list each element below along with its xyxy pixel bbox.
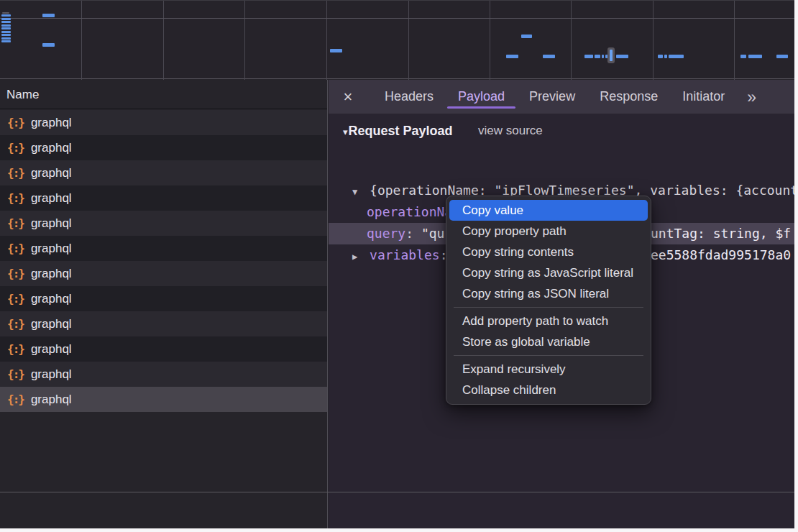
request-name-label: graphql	[31, 342, 72, 357]
timeline-request-bar	[748, 55, 762, 58]
timeline-request-bar	[543, 55, 555, 58]
menu-item-expand-recursively[interactable]: Expand recursively	[446, 359, 651, 380]
property-key: query	[367, 226, 421, 241]
request-row[interactable]: {:}graphql	[0, 362, 327, 387]
json-braces-icon: {:}	[7, 342, 24, 356]
timeline-gridline	[244, 1, 245, 80]
tab-headers[interactable]: Headers	[378, 80, 440, 114]
property-value-fragment-left: "qu	[421, 226, 445, 241]
request-name-label: graphql	[31, 216, 72, 231]
expanded-triangle-icon: ▼	[352, 187, 357, 197]
menu-item-copy-value[interactable]: Copy value	[449, 200, 648, 221]
request-row[interactable]: {:}graphql	[0, 387, 327, 412]
timeline-gridline	[81, 1, 82, 80]
request-list-panel: Name {:}graphql{:}graphql{:}graphql{:}gr…	[0, 80, 328, 528]
timeline-selected-bar	[610, 50, 613, 61]
request-row[interactable]: {:}graphql	[0, 286, 327, 311]
request-row[interactable]: {:}graphql	[0, 110, 327, 135]
menu-item-copy-string-contents[interactable]: Copy string contents	[446, 242, 651, 262]
json-braces-icon: {:}	[7, 242, 24, 255]
timeline-request-bar	[658, 55, 663, 58]
property-value-fragment-right: untTag: string, $f	[651, 223, 791, 244]
request-row[interactable]: {:}graphql	[0, 336, 327, 362]
request-name-label: graphql	[31, 267, 72, 281]
timeline-gridline	[408, 1, 409, 80]
timeline-request-bar	[616, 55, 628, 58]
timeline-request-bar	[584, 55, 593, 58]
devtools-network-panel: Name {:}graphql{:}graphql{:}graphql{:}gr…	[0, 0, 794, 528]
timeline-request-bar	[1, 40, 11, 42]
timeline-request-bar	[1, 24, 11, 27]
timeline-gridline	[571, 1, 572, 80]
menu-item-copy-string-as-javascript-literal[interactable]: Copy string as JavaScript literal	[446, 262, 651, 283]
request-row[interactable]: {:}graphql	[0, 211, 327, 236]
timeline-request-bar	[664, 55, 667, 58]
context-menu: Copy valueCopy property pathCopy string …	[446, 196, 651, 405]
menu-separator	[454, 355, 643, 356]
timeline-gridline	[0, 18, 794, 19]
tab-preview[interactable]: Preview	[523, 80, 582, 114]
timeline-gridline	[653, 1, 653, 80]
request-name-label: graphql	[31, 242, 72, 256]
section-title: Request Payload	[349, 124, 453, 138]
timeline-request-bar	[602, 55, 604, 58]
request-row[interactable]: {:}graphql	[0, 185, 327, 211]
timeline-request-bar	[776, 55, 788, 58]
request-name-label: graphql	[31, 166, 72, 180]
collapsed-triangle-icon: ▶	[352, 252, 357, 262]
request-name-label: graphql	[31, 141, 72, 155]
detail-tabs: HeadersPayloadPreviewResponseInitiator	[372, 80, 737, 114]
menu-item-collapse-children[interactable]: Collapse children	[446, 380, 651, 400]
menu-item-store-as-global-variable[interactable]: Store as global variable	[446, 331, 651, 352]
timeline-request-bar	[669, 55, 684, 58]
menu-item-copy-string-as-json-literal[interactable]: Copy string as JSON literal	[446, 283, 651, 304]
request-row[interactable]: {:}graphql	[0, 311, 327, 336]
devtools-window: Name {:}graphql{:}graphql{:}graphql{:}gr…	[0, 0, 798, 532]
timeline-request-bar	[1, 18, 11, 20]
json-braces-icon: {:}	[7, 393, 24, 406]
json-braces-icon: {:}	[7, 367, 24, 381]
timeline-gridline	[734, 1, 735, 80]
name-column-header[interactable]: Name	[0, 80, 327, 109]
request-name-label: graphql	[31, 367, 72, 382]
tab-payload[interactable]: Payload	[451, 80, 511, 114]
close-icon[interactable]: ×	[339, 81, 357, 114]
menu-item-copy-property-path[interactable]: Copy property path	[446, 221, 651, 242]
network-overview-timeline[interactable]	[0, 0, 794, 79]
json-braces-icon: {:}	[7, 216, 24, 230]
request-row[interactable]: {:}graphql	[0, 236, 327, 261]
tab-response[interactable]: Response	[593, 80, 664, 114]
request-name-label: graphql	[31, 393, 72, 407]
request-name-label: graphql	[31, 191, 72, 206]
timeline-gridline	[163, 1, 164, 80]
request-row[interactable]: {:}graphql	[0, 261, 327, 286]
json-braces-icon: {:}	[7, 191, 24, 205]
timeline-request-bar	[521, 35, 532, 38]
tab-initiator[interactable]: Initiator	[676, 80, 731, 114]
json-braces-icon: {:}	[7, 317, 24, 331]
request-row[interactable]: {:}graphql	[0, 135, 327, 160]
request-name-label: graphql	[31, 116, 72, 130]
request-name-label: graphql	[31, 292, 72, 306]
timeline-request-bar	[42, 43, 55, 47]
json-braces-icon: {:}	[7, 166, 24, 180]
json-braces-icon: {:}	[7, 141, 24, 155]
more-tabs-icon[interactable]: »	[747, 81, 755, 113]
request-row[interactable]: {:}graphql	[0, 160, 327, 185]
footer-divider	[0, 492, 794, 492]
timeline-request-bar	[1, 21, 11, 23]
timeline-request-bar	[1, 34, 11, 36]
request-name-label: graphql	[31, 317, 72, 331]
timeline-gridline	[490, 1, 490, 80]
json-braces-icon: {:}	[7, 267, 24, 280]
timeline-request-bar	[1, 31, 11, 33]
json-braces-icon: {:}	[7, 116, 24, 129]
timeline-request-bar	[1, 14, 11, 17]
request-payload-section-header[interactable]: ▾Request Payload	[343, 120, 453, 142]
timeline-request-bar	[740, 55, 746, 58]
timeline-request-bar	[42, 14, 55, 17]
property-key: variables	[370, 247, 447, 262]
view-source-link[interactable]: view source	[478, 120, 543, 142]
request-list: {:}graphql{:}graphql{:}graphql{:}graphql…	[0, 110, 327, 412]
menu-item-add-property-path-to-watch[interactable]: Add property path to watch	[446, 311, 651, 331]
